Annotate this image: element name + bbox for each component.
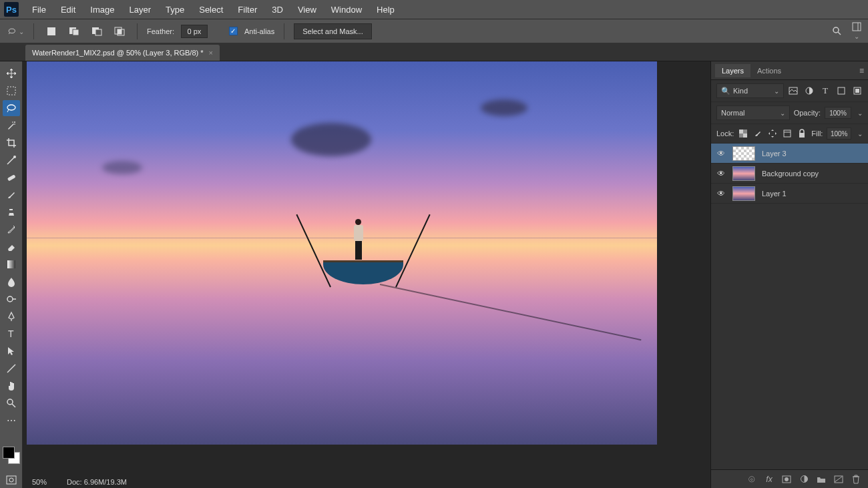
- menu-filter[interactable]: Filter: [231, 2, 264, 17]
- menu-3d[interactable]: 3D: [265, 2, 290, 17]
- search-icon[interactable]: [832, 26, 843, 37]
- delete-layer-icon[interactable]: [851, 474, 861, 485]
- adjustment-layer-icon[interactable]: [799, 474, 809, 485]
- canvas-content-boat: [323, 260, 403, 294]
- subtract-selection-icon[interactable]: [89, 24, 105, 39]
- marquee-tool[interactable]: [3, 83, 20, 99]
- foreground-color-swatch[interactable]: [3, 447, 15, 459]
- move-tool[interactable]: [3, 65, 20, 81]
- layer-mask-icon[interactable]: [781, 474, 792, 485]
- menu-edit[interactable]: Edit: [54, 2, 82, 17]
- filter-pixel-icon[interactable]: [788, 85, 799, 96]
- history-brush-tool[interactable]: [3, 222, 20, 238]
- menu-image[interactable]: Image: [83, 2, 121, 17]
- gradient-tool[interactable]: [3, 256, 20, 272]
- new-selection-icon[interactable]: [43, 24, 59, 39]
- visibility-toggle-icon[interactable]: 👁: [716, 189, 726, 198]
- document-tab[interactable]: WaterRender1_MIX2.psd @ 50% (Layer 3, RG…: [25, 45, 220, 61]
- pen-tool[interactable]: [3, 308, 20, 324]
- tab-layers[interactable]: Layers: [715, 64, 750, 77]
- eyedropper-tool[interactable]: [3, 152, 20, 168]
- svg-rect-11: [853, 23, 861, 31]
- filter-type-icon[interactable]: T: [820, 85, 831, 96]
- group-layers-icon[interactable]: [816, 474, 827, 485]
- document-tab-bar: WaterRender1_MIX2.psd @ 50% (Layer 3, RG…: [0, 43, 868, 61]
- visibility-toggle-icon[interactable]: 👁: [716, 149, 726, 158]
- menu-help[interactable]: Help: [370, 2, 401, 17]
- clone-stamp-tool[interactable]: [3, 204, 20, 220]
- svg-rect-29: [838, 87, 845, 94]
- type-tool[interactable]: T: [3, 326, 20, 342]
- layer-thumbnail[interactable]: [732, 186, 755, 201]
- workspace-switcher-icon[interactable]: [852, 22, 861, 41]
- menu-select[interactable]: Select: [192, 2, 230, 17]
- brush-tool[interactable]: [3, 187, 20, 203]
- lock-all-icon[interactable]: [797, 128, 807, 139]
- lock-pixels-icon[interactable]: [752, 128, 763, 139]
- visibility-toggle-icon[interactable]: 👁: [716, 169, 726, 178]
- layer-row[interactable]: 👁 Background copy: [711, 164, 868, 184]
- menu-layer[interactable]: Layer: [123, 2, 158, 17]
- layer-row[interactable]: 👁 Layer 1: [711, 184, 868, 204]
- healing-brush-tool[interactable]: [3, 170, 20, 186]
- svg-rect-5: [95, 29, 101, 35]
- panel-menu-icon[interactable]: ≡: [859, 66, 864, 75]
- opacity-label: Opacity:: [794, 109, 821, 117]
- tab-actions[interactable]: Actions: [750, 64, 788, 77]
- canvas-area[interactable]: [23, 61, 710, 488]
- svg-point-23: [7, 399, 13, 405]
- menu-window[interactable]: Window: [324, 2, 369, 17]
- feather-label: Feather:: [147, 27, 174, 35]
- new-layer-icon[interactable]: [833, 474, 844, 485]
- svg-rect-8: [118, 29, 122, 34]
- color-swatches[interactable]: [3, 447, 20, 464]
- svg-rect-1: [47, 27, 55, 35]
- magic-wand-tool[interactable]: [3, 117, 20, 134]
- line-tool[interactable]: [3, 360, 20, 377]
- intersect-selection-icon[interactable]: [112, 24, 128, 39]
- quick-mask-icon[interactable]: [3, 472, 20, 488]
- layer-fx-icon[interactable]: fx: [764, 474, 775, 485]
- path-selection-tool[interactable]: [3, 343, 20, 359]
- antialias-checkbox[interactable]: ✓: [229, 27, 238, 35]
- svg-rect-31: [855, 89, 859, 93]
- zoom-tool[interactable]: [3, 395, 20, 411]
- layer-row[interactable]: 👁 Layer 3: [711, 144, 868, 164]
- dodge-tool[interactable]: [3, 291, 20, 307]
- fill-input[interactable]: 100%: [827, 128, 851, 140]
- lock-transparency-icon[interactable]: [738, 128, 748, 139]
- feather-input[interactable]: [181, 25, 208, 38]
- zoom-level[interactable]: 50%: [32, 478, 47, 486]
- eraser-tool[interactable]: [3, 239, 20, 255]
- layer-filter-dropdown[interactable]: 🔍Kind: [716, 83, 784, 98]
- edit-toolbar-icon[interactable]: ⋯: [3, 413, 20, 429]
- svg-point-14: [7, 105, 15, 110]
- layer-name[interactable]: Layer 1: [762, 190, 787, 198]
- blur-tool[interactable]: [3, 274, 20, 290]
- filter-shape-icon[interactable]: [836, 85, 847, 96]
- filter-adjustment-icon[interactable]: [804, 85, 815, 96]
- active-tool-indicator[interactable]: [8, 24, 24, 39]
- document-canvas[interactable]: [27, 61, 657, 445]
- lasso-tool[interactable]: [3, 100, 20, 116]
- layer-name[interactable]: Background copy: [762, 170, 819, 178]
- select-and-mask-button[interactable]: Select and Mask...: [294, 23, 372, 39]
- lock-position-icon[interactable]: [767, 128, 778, 139]
- crop-tool[interactable]: [3, 135, 20, 151]
- add-selection-icon[interactable]: [66, 24, 82, 39]
- filter-smart-icon[interactable]: [852, 85, 863, 96]
- blend-mode-dropdown[interactable]: Normal: [716, 105, 790, 120]
- menu-file[interactable]: File: [25, 2, 53, 17]
- opacity-input[interactable]: 100%: [825, 107, 851, 119]
- svg-rect-13: [7, 87, 15, 95]
- layer-thumbnail[interactable]: [732, 146, 755, 161]
- link-layers-icon[interactable]: ⦾: [746, 474, 757, 485]
- hand-tool[interactable]: [3, 378, 20, 394]
- layer-name[interactable]: Layer 3: [762, 150, 787, 158]
- lock-artboard-icon[interactable]: [782, 128, 793, 139]
- menu-type[interactable]: Type: [159, 2, 191, 17]
- layer-thumbnail[interactable]: [732, 166, 755, 181]
- close-tab-icon[interactable]: ×: [209, 49, 213, 57]
- doc-size: Doc: 6.96M/19.3M: [67, 478, 127, 486]
- menu-view[interactable]: View: [291, 2, 323, 17]
